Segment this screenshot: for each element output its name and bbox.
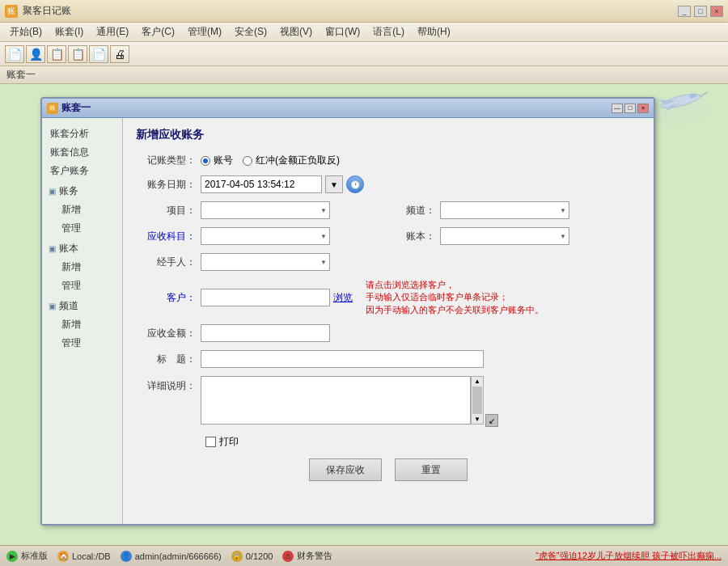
menu-view[interactable]: 视图(V) — [273, 23, 319, 40]
title-bar: 账 聚客日记账 _ □ × — [0, 0, 728, 23]
subject-select[interactable] — [201, 227, 330, 245]
amount-input[interactable] — [201, 324, 330, 342]
sidebar-group-accounts-header[interactable]: 账务 — [45, 182, 119, 201]
subject-select-wrapper — [201, 227, 330, 245]
ledger-select[interactable] — [440, 227, 569, 245]
menu-language[interactable]: 语言(L) — [366, 23, 411, 40]
menu-manage[interactable]: 管理(M) — [181, 23, 228, 40]
subject-ledger-row: 应收科目： 账本： — [136, 227, 641, 245]
print-checkbox[interactable] — [205, 437, 216, 447]
menu-start[interactable]: 开始(B) — [3, 23, 49, 40]
status-bar: ▶ 标准版 🏠 Local:/DB 👤 admin(admin/666666) … — [0, 545, 728, 566]
lock-icon: 🔒 — [231, 551, 243, 562]
print-label: 打印 — [219, 435, 239, 449]
local-icon: 🏠 — [57, 551, 69, 562]
form-title: 新增应收账务 — [136, 128, 641, 142]
clock-btn[interactable]: 🕐 — [346, 175, 364, 193]
customer-row: 客户： 浏览 请点击浏览选择客户，手动输入仅适合临时客户单条记录；因为手动输入的… — [136, 279, 641, 316]
sidebar-accounts-manage[interactable]: 管理 — [45, 219, 119, 238]
date-label: 账务日期： — [136, 178, 201, 192]
inner-app-icon: 账 — [47, 103, 58, 114]
title-label: 标 题： — [136, 353, 201, 366]
user-btn[interactable]: 👤 — [26, 45, 45, 63]
subject-col: 应收科目： — [136, 227, 330, 245]
sidebar-item-info[interactable]: 账套信息 — [45, 143, 119, 162]
scrollbar-up-btn[interactable]: ▲ — [474, 378, 480, 385]
sidebar-ledger-manage[interactable]: 管理 — [45, 277, 119, 295]
scrollbar-down-btn[interactable]: ▼ — [474, 416, 480, 423]
sidebar-item-customer-accounts[interactable]: 客户账务 — [45, 162, 119, 180]
reset-btn[interactable]: 重置 — [395, 458, 468, 481]
inner-maximize-btn[interactable]: □ — [624, 103, 636, 113]
menu-help[interactable]: 帮助(H) — [411, 23, 457, 40]
save-btn[interactable]: 保存应收 — [309, 458, 382, 481]
project-label: 项目： — [136, 204, 201, 218]
menu-common[interactable]: 通用(E) — [90, 23, 135, 40]
news-ticker[interactable]: “虎爸”强迫12岁儿子放烟续胆 孩子被吓出癫痫... — [342, 550, 722, 562]
handler-select-wrapper — [201, 253, 330, 271]
channel-select[interactable] — [440, 201, 569, 219]
copy-btn1[interactable]: 📋 — [47, 45, 66, 63]
minimize-btn[interactable]: _ — [678, 6, 691, 17]
customer-input[interactable] — [201, 289, 330, 306]
sidebar-ledger-new[interactable]: 新增 — [45, 258, 119, 277]
title-input[interactable] — [201, 350, 484, 368]
detail-label: 详细说明： — [136, 379, 201, 393]
project-channel-row: 项目： 频道： — [136, 201, 641, 219]
inner-minimize-btn[interactable]: — — [612, 103, 623, 113]
radio-account-label: 账号 — [214, 154, 233, 167]
radio-account-dot[interactable] — [201, 156, 210, 166]
date-picker-btn[interactable]: ▼ — [325, 175, 343, 193]
menu-account-set[interactable]: 账套(I) — [49, 23, 90, 40]
channel-label: 频道： — [375, 204, 440, 218]
close-btn[interactable]: × — [710, 6, 723, 17]
radio-option-reversal[interactable]: 红冲(金额正负取反) — [243, 154, 340, 167]
menu-customer[interactable]: 客户(C) — [135, 23, 181, 40]
date-row: 账务日期： ▼ 🕐 — [136, 175, 641, 193]
inner-title-controls: — □ × — [612, 103, 649, 113]
sidebar-group-ledger-header[interactable]: 账本 — [45, 239, 119, 258]
ledger-label: 账本： — [375, 230, 440, 243]
warning-text: 财务警告 — [297, 550, 332, 562]
status-version: ▶ 标准版 — [6, 550, 48, 562]
sidebar-channel-manage[interactable]: 管理 — [45, 334, 119, 353]
record-type-row: 记账类型： 账号 红冲(金额正负取反) — [136, 154, 641, 167]
menu-window[interactable]: 窗口(W) — [319, 23, 366, 40]
browse-link[interactable]: 浏览 — [333, 291, 353, 305]
status-user: 👤 admin(admin/666666) — [121, 551, 222, 562]
copy-btn2[interactable]: 📋 — [68, 45, 87, 63]
date-input[interactable] — [201, 175, 322, 193]
toolbar: 📄 👤 📋 📋 📄 🖨 — [0, 42, 728, 66]
inner-close-btn[interactable]: × — [637, 103, 649, 113]
sidebar-group-accounts: 账务 新增 管理 — [45, 182, 119, 238]
detail-textarea[interactable] — [201, 376, 471, 424]
project-select[interactable] — [201, 201, 330, 219]
maximize-btn[interactable]: □ — [694, 6, 707, 17]
sidebar-group-channel-header[interactable]: 频道 — [45, 297, 119, 315]
version-icon: ▶ — [6, 551, 18, 562]
channel-col: 频道： — [375, 201, 569, 219]
app-icon: 账 — [5, 5, 18, 18]
radio-option-account[interactable]: 账号 — [201, 154, 233, 167]
sidebar-item-analysis[interactable]: 账套分析 — [45, 125, 119, 143]
amount-label: 应收金额： — [136, 327, 201, 340]
warning-icon: ⚠ — [282, 551, 294, 562]
sidebar-channel-new[interactable]: 新增 — [45, 315, 119, 334]
detail-row: 详细说明： ▲ ▼ ↙ — [136, 376, 641, 427]
print-toolbar-btn[interactable]: 🖨 — [110, 45, 129, 63]
customer-hint: 请点击浏览选择客户，手动输入仅适合临时客户单条记录；因为手动输入的客户不会关联到… — [366, 279, 544, 316]
inner-window: 账 账套一 — □ × 账套分析 账套信息 客户账务 — [40, 97, 655, 526]
sidebar-accounts-new[interactable]: 新增 — [45, 201, 119, 219]
radio-reversal-dot[interactable] — [243, 156, 252, 166]
new-doc-btn[interactable]: 📄 — [5, 45, 24, 63]
menu-bar: 开始(B) 账套(I) 通用(E) 客户(C) 管理(M) 安全(S) 视图(V… — [0, 23, 728, 42]
version-text: 标准版 — [21, 550, 48, 562]
expand-btn[interactable]: ↙ — [485, 414, 498, 427]
handler-select[interactable] — [201, 253, 330, 271]
doc-btn[interactable]: 📄 — [89, 45, 108, 63]
ledger-select-wrapper — [440, 227, 569, 245]
svg-marker-2 — [700, 92, 709, 97]
menu-security[interactable]: 安全(S) — [228, 23, 273, 40]
status-warning: ⚠ 财务警告 — [282, 550, 332, 562]
handler-row: 经手人： — [136, 253, 641, 271]
